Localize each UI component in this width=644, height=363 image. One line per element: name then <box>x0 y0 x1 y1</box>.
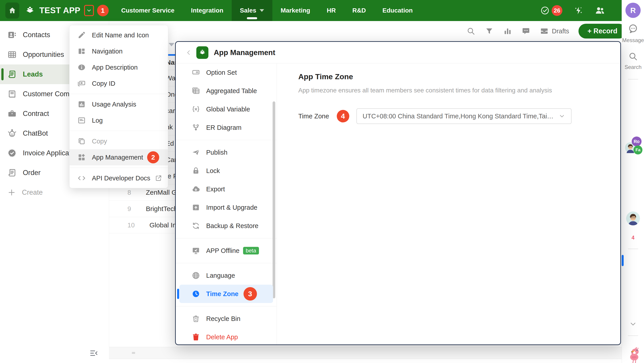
settings-nav-item[interactable]: Option Set <box>176 63 276 82</box>
workspace-tab[interactable]: Integration <box>183 0 232 21</box>
collapse-sidebar-button[interactable] <box>89 348 100 359</box>
settings-nav-item[interactable]: Global Variable <box>176 100 276 118</box>
pinned-app-button[interactable] <box>626 302 640 315</box>
settings-nav-item[interactable]: Lock <box>176 162 276 180</box>
view-toolbar: Drafts + Record <box>466 21 626 41</box>
filter-icon[interactable] <box>485 27 494 36</box>
settings-nav-item[interactable]: Recycle Bin <box>176 309 276 328</box>
settings-nav-item[interactable]: Backup & Restore <box>176 217 276 235</box>
tab-label: Integration <box>191 7 224 14</box>
timezone-select[interactable]: UTC+08:00 China Standard Time,Hong Kong … <box>356 108 572 124</box>
idcard-icon <box>77 79 86 88</box>
menu-item[interactable]: Edit Name and Icon <box>70 27 168 43</box>
settings-item-label: Aggregated Table <box>206 87 257 95</box>
settings-divider <box>176 306 276 306</box>
chart-icon[interactable] <box>503 27 512 36</box>
rail-divider <box>628 79 638 80</box>
row-name: Global Inn <box>149 221 175 229</box>
drag-handle-icon[interactable] <box>130 349 138 357</box>
settings-nav-item[interactable]: Delete App <box>176 328 276 345</box>
add-record-button[interactable]: + Record <box>578 24 626 39</box>
user-avatar[interactable]: R <box>626 3 641 18</box>
rail-divider <box>628 249 638 249</box>
settings-nav: Option SetAggregated TableGlobal Variabl… <box>176 63 277 345</box>
pencil-icon <box>77 31 86 40</box>
settings-nav-item[interactable]: Export <box>176 180 276 198</box>
pinned-app-button[interactable] <box>626 254 640 267</box>
workspace-tab[interactable]: Marketing <box>272 0 318 21</box>
workspace-app-button[interactable] <box>626 103 640 116</box>
settings-nav-item[interactable]: Aggregated Table <box>176 82 276 100</box>
beta-badge: beta <box>243 247 259 254</box>
menu-item[interactable]: Log <box>70 112 168 128</box>
workspace-tab[interactable]: Customer Service <box>113 0 183 21</box>
pinned-app-button[interactable] <box>626 286 640 299</box>
appmgmt-icon <box>77 153 86 162</box>
workspace-tab[interactable]: Education <box>374 0 421 21</box>
workspace-tab[interactable]: R&D <box>344 0 374 21</box>
members-icon[interactable] <box>594 5 605 16</box>
callout-step-3: 3 <box>244 287 257 300</box>
importsq-icon <box>192 203 200 212</box>
settings-item-label: Lock <box>206 167 220 175</box>
drafts-icon <box>540 27 549 36</box>
workspace-tab[interactable]: Sales <box>232 0 272 21</box>
settings-item-label: Backup & Restore <box>206 222 258 230</box>
team-avatars[interactable]: RoFa <box>625 138 641 154</box>
pinned-app-button[interactable] <box>626 270 640 283</box>
external-icon <box>155 174 162 182</box>
menu-item[interactable]: Copy ID <box>70 75 168 92</box>
drafts-button[interactable]: Drafts <box>540 27 569 36</box>
todo-button[interactable]: 26 <box>540 5 562 16</box>
member-avatar[interactable] <box>626 211 640 225</box>
automation-icon[interactable] <box>574 6 584 16</box>
rail-collapse-button[interactable] <box>629 320 637 329</box>
search-icon[interactable] <box>466 27 476 36</box>
comment-icon[interactable] <box>522 27 530 36</box>
app-menu-trigger[interactable] <box>84 5 94 16</box>
copy-icon <box>77 137 86 146</box>
home-button[interactable] <box>5 3 19 19</box>
workspace-app-button[interactable] <box>626 121 640 134</box>
menu-item[interactable]: App Management2 <box>70 149 168 165</box>
workspace-tab[interactable]: HR <box>318 0 344 21</box>
column-caret-icon[interactable] <box>168 43 174 46</box>
menu-item[interactable]: API Developer Docs <box>70 170 168 186</box>
menu-item[interactable]: Copy <box>70 133 168 149</box>
grid4-icon <box>630 88 636 95</box>
settings-nav-item[interactable]: Publish <box>176 143 276 162</box>
book-icon <box>7 89 17 99</box>
settings-item-label: Time Zone <box>206 290 238 298</box>
settings-nav-item[interactable]: APP Offlinebeta <box>176 241 276 260</box>
info-icon <box>77 63 86 72</box>
avatar-bubble: Ro <box>632 137 642 146</box>
workspace-app-button[interactable] <box>626 158 640 171</box>
settings-nav-item[interactable]: Time Zone3 <box>179 285 273 303</box>
menu-item-label: App Description <box>92 64 138 71</box>
back-icon[interactable] <box>185 49 192 56</box>
menu-item[interactable]: Navigation <box>70 43 168 59</box>
message-entry[interactable]: Message <box>622 23 644 44</box>
table-row[interactable]: 9BrightTech <box>109 201 175 217</box>
settings-nav-item[interactable]: Language <box>176 266 276 285</box>
workspace-app-button[interactable] <box>626 85 640 98</box>
log-icon <box>77 116 86 125</box>
clock-icon <box>192 289 200 298</box>
workspace-app-button[interactable] <box>626 194 640 207</box>
row-number: 8 <box>128 189 131 196</box>
menu-item[interactable]: App Description <box>70 59 168 75</box>
workspace-app-button[interactable] <box>626 176 640 189</box>
settings-item-label: Publish <box>206 149 228 156</box>
settings-nav-item[interactable]: Import & Upgrade <box>176 198 276 217</box>
table-footer <box>109 347 622 359</box>
search-entry[interactable]: Search <box>622 52 644 70</box>
menu-item[interactable]: Usage Analysis <box>70 96 168 112</box>
table-row[interactable]: 10Global Inn <box>109 217 175 233</box>
row-name: BrightTech <box>146 205 175 213</box>
settings-nav-item[interactable]: ER Diagram <box>176 118 276 137</box>
workspace-app-button[interactable]: 4 <box>626 230 640 243</box>
backup-icon <box>192 221 200 230</box>
search-label: Search <box>622 64 644 70</box>
home-icon <box>8 7 16 15</box>
sidebar-item-label: Invoice Applicati <box>23 149 72 157</box>
